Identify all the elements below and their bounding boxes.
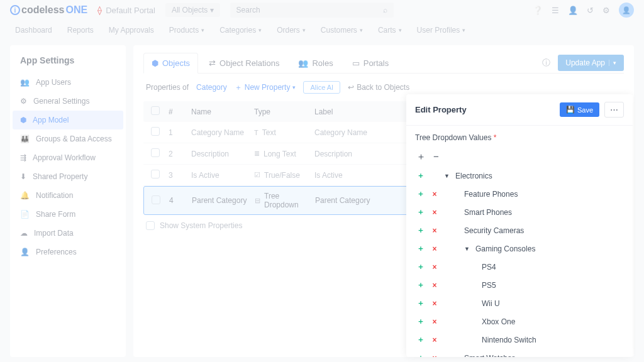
tree-add-child-button[interactable]: ＋ [416, 170, 425, 181]
tree-add-root-button[interactable]: ＋ [416, 151, 426, 163]
tree-node[interactable]: ＋×Smart Watches [415, 349, 624, 357]
tree-delete-button[interactable]: × [430, 299, 439, 308]
row-checkbox[interactable] [151, 127, 160, 136]
sidebar-item-app-users[interactable]: 👥App Users [10, 73, 126, 92]
back-to-objects-link[interactable]: ↩ Back to Objects [348, 83, 409, 92]
sidebar-item-approval-workflow[interactable]: ⇶Approval Workflow [10, 148, 126, 167]
sidebar-item-notification[interactable]: 🔔Notification [10, 186, 126, 205]
user-avatar[interactable]: 👤 [619, 3, 634, 18]
tree-delete-button[interactable]: × [430, 281, 439, 290]
type-icon: ⊟ [255, 197, 260, 205]
brand-icon: i [10, 5, 20, 15]
tree-collapse-icon[interactable]: ▼ [444, 173, 450, 179]
menu-item-dashboard[interactable]: Dashboard [15, 26, 52, 35]
tab-label: Objects [162, 58, 190, 68]
tree-add-child-button[interactable]: ＋ [416, 225, 425, 236]
tree-add-child-button[interactable]: ＋ [416, 243, 425, 254]
global-search-input[interactable]: Search ⌕ [230, 3, 394, 18]
tree-node-label: PS4 [482, 263, 496, 272]
entity-link[interactable]: Category [196, 83, 227, 92]
sidebar-item-share-form[interactable]: 📄Share Form [10, 205, 126, 224]
sidebar-item-preferences[interactable]: 👤Preferences [10, 243, 126, 261]
col-type: Type [254, 107, 314, 116]
tree-delete-button[interactable]: × [430, 226, 439, 235]
row-checkbox[interactable] [151, 170, 160, 178]
tree-node[interactable]: ＋▼Electronics [415, 167, 624, 185]
col-number: # [169, 107, 191, 116]
tab-object-relations[interactable]: ⇄Object Relations [201, 53, 287, 73]
chevron-down-icon: ▾ [462, 27, 465, 33]
tree-add-child-button[interactable]: ＋ [416, 353, 425, 357]
chevron-down-icon: ▾ [609, 60, 616, 66]
tab-objects[interactable]: ⬢Objects [143, 53, 198, 74]
tab-portals[interactable]: ▭Portals [344, 53, 397, 73]
tree-node-label: Nintendo Switch [482, 336, 536, 344]
user-add-icon[interactable]: 👤 [568, 6, 578, 15]
select-all-checkbox[interactable] [151, 106, 160, 115]
new-property-button[interactable]: ＋ New Property ▾ [235, 82, 296, 93]
tree-node[interactable]: ＋×Wii U [415, 294, 624, 312]
tree-add-child-button[interactable]: ＋ [416, 261, 425, 272]
menu-item-categories[interactable]: Categories▾ [219, 26, 262, 35]
row-name: Parent Category [192, 196, 255, 205]
tree-delete-button[interactable]: × [430, 190, 439, 199]
tree-node[interactable]: ＋×Feature Phones [415, 185, 624, 203]
update-app-button[interactable]: Update App ▾ [558, 55, 624, 71]
stack-icon[interactable]: ☰ [552, 6, 559, 15]
menu-item-products[interactable]: Products▾ [169, 26, 204, 35]
tree-node[interactable]: ＋×Xbox One [415, 312, 624, 331]
tree-add-child-button[interactable]: ＋ [416, 207, 425, 217]
tree-add-child-button[interactable]: ＋ [416, 316, 425, 327]
tree-delete-button[interactable]: × [430, 354, 439, 358]
tree-delete-button[interactable]: × [430, 208, 439, 217]
portal-selector[interactable]: ⟠ Default Portal [97, 5, 155, 15]
brand-logo[interactable]: i codelessONE [10, 4, 87, 16]
sidebar-item-app-model[interactable]: ⬢App Model [13, 111, 123, 129]
tree-node[interactable]: ＋×▼Gaming Consoles [415, 239, 624, 258]
menu-item-my-approvals[interactable]: My Approvals [109, 26, 154, 35]
tab-roles[interactable]: 👥Roles [290, 53, 341, 73]
info-icon[interactable]: ⓘ [542, 57, 550, 69]
menu-item-customers[interactable]: Customers▾ [321, 26, 363, 35]
sidebar-item-import-data[interactable]: ☁Import Data [10, 224, 126, 243]
sidebar-item-shared-property[interactable]: ⬇Shared Property [10, 167, 126, 186]
tree-add-child-button[interactable]: ＋ [416, 189, 425, 199]
tree-node[interactable]: ＋×PS5 [415, 276, 624, 294]
tree-delete-button[interactable]: × [430, 317, 439, 326]
tree-add-child-button[interactable]: ＋ [416, 280, 425, 290]
more-actions-button[interactable]: ⋯ [604, 102, 624, 118]
tree-remove-root-button[interactable]: − [433, 151, 439, 163]
tree-add-child-button[interactable]: ＋ [416, 334, 425, 345]
row-checkbox[interactable] [152, 195, 160, 204]
tree-add-child-button[interactable]: ＋ [416, 298, 425, 309]
row-checkbox[interactable] [151, 148, 160, 157]
show-system-checkbox[interactable] [146, 221, 155, 230]
sidebar-item-label: App Users [36, 78, 71, 87]
object-scope-dropdown[interactable]: All Objects ▾ [165, 3, 220, 17]
tree-collapse-icon[interactable]: ▼ [464, 246, 470, 252]
chevron-down-icon: ▾ [201, 27, 204, 33]
tree-node[interactable]: ＋×Nintendo Switch [415, 331, 624, 349]
tree-node[interactable]: ＋×PS4 [415, 258, 624, 276]
row-name: Is Active [191, 171, 254, 180]
tree-delete-button[interactable]: × [430, 244, 439, 253]
tree-delete-button[interactable]: × [430, 263, 439, 272]
menu-item-user-profiles[interactable]: User Profiles▾ [417, 26, 466, 35]
history-icon[interactable]: ↺ [587, 6, 594, 15]
menu-item-carts[interactable]: Carts▾ [378, 26, 402, 35]
tree-node-label: Security Cameras [464, 226, 524, 235]
tree-delete-button[interactable]: × [430, 336, 439, 344]
settings-icon[interactable]: ⚙ [602, 6, 610, 15]
help-icon[interactable]: ❔ [533, 6, 543, 15]
content-tabs: ⬢Objects⇄Object Relations👥Roles▭Portals … [143, 53, 624, 74]
tree-node[interactable]: ＋×Smart Phones [415, 203, 624, 221]
menu-item-reports[interactable]: Reports [67, 26, 94, 35]
sidebar-item-groups-data-access[interactable]: 👪Groups & Data Access [10, 129, 126, 148]
edit-property-panel: Edit Property 💾 Save ⋯ Tree Dropdown Val… [406, 94, 633, 357]
tree-node[interactable]: ＋×Security Cameras [415, 221, 624, 239]
tree-node-label: PS5 [482, 281, 496, 290]
menu-item-orders[interactable]: Orders▾ [277, 26, 306, 35]
alice-ai-button[interactable]: Alice AI [303, 81, 340, 94]
save-button[interactable]: 💾 Save [560, 102, 599, 117]
sidebar-item-general-settings[interactable]: ⚙General Settings [10, 92, 126, 111]
